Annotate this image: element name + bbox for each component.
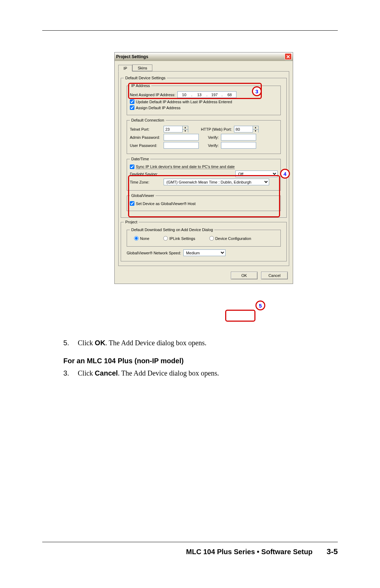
legend-default-dl: Default Download Setting on Add Device D… [130, 228, 214, 232]
tab-strip: IP Skins [115, 61, 293, 71]
group-globalviewer: GlobalViewer Set Device as GlobalViewer®… [127, 193, 281, 211]
input-user-pass[interactable] [164, 142, 199, 149]
ok-button[interactable]: OK [231, 272, 258, 279]
row-daylight: Daylight Saving: Off [130, 171, 278, 177]
group-project: Project Default Download Setting on Add … [121, 220, 287, 261]
select-gv-speed[interactable]: Medium [183, 249, 226, 256]
chk-gv-host-box[interactable] [130, 201, 134, 206]
label-user-pass: User Password: [130, 143, 162, 148]
chk-assign-default-label: Assign Default IP Address [136, 106, 180, 110]
radio-devconf[interactable]: Device Configuration [209, 236, 251, 241]
chk-update-default-box[interactable] [130, 99, 134, 104]
label-timezone: Time Zone: [130, 180, 162, 184]
row-gv-speed: GlobalViewer® Network Speed: Medium [127, 249, 284, 256]
chk-assign-default[interactable]: Assign Default IP Address [130, 105, 278, 110]
chk-gv-host[interactable]: Set Device as GlobalViewer® Host [130, 201, 278, 206]
ip-octet-1[interactable]: 10 [178, 93, 190, 97]
http-spinner[interactable]: 80 ▲▼ [234, 126, 259, 132]
tab-ip[interactable]: IP [118, 65, 132, 72]
legend-project: Project [124, 220, 139, 224]
input-admin-pass[interactable] [164, 134, 199, 141]
group-default-conn: Default Connection Telnet Port: 23 ▲▼ HT… [127, 118, 281, 154]
close-icon[interactable] [285, 53, 292, 60]
top-rule [42, 30, 338, 31]
legend-default-conn: Default Connection [130, 118, 166, 122]
group-datetime: Date/Time Sync IP Link device's time and… [127, 157, 281, 191]
project-settings-dialog: Project Settings IP Skins Default Device… [114, 52, 293, 284]
label-admin-pass: Admin Password: [130, 135, 162, 140]
group-default-dl: Default Download Setting on Add Device D… [127, 228, 281, 247]
chk-update-default-label: Update Default IP Address with Last IP A… [136, 100, 232, 104]
http-value[interactable]: 80 [234, 127, 253, 131]
select-daylight[interactable]: Off [235, 171, 278, 177]
label-telnet: Telnet Port: [130, 127, 162, 131]
ip-octet-4[interactable]: 68 [223, 93, 236, 97]
legend-datetime: Date/Time [130, 157, 150, 161]
page-footer: MLC 104 Plus Series • Software Setup 3-5 [186, 547, 338, 556]
label-admin-verify: Verify: [208, 135, 219, 140]
chk-sync-time[interactable]: Sync IP Link device's time and date to P… [130, 165, 278, 169]
window-title: Project Settings [116, 54, 148, 59]
ip-input[interactable]: 10. 13. 197. 68 [177, 91, 236, 98]
telnet-spinner[interactable]: 23 ▲▼ [164, 126, 188, 132]
step-3: 3. Click Cancel. The Add Device dialog b… [63, 369, 338, 378]
section-heading: For an MLC 104 Plus (non-IP model) [63, 356, 338, 366]
label-user-verify: Verify: [208, 143, 219, 148]
chk-gv-host-label: Set Device as GlobalViewer® Host [136, 202, 196, 206]
highlight-box-5 [225, 310, 255, 322]
legend-globalviewer: GlobalViewer [130, 193, 156, 198]
telnet-value[interactable]: 23 [164, 127, 182, 131]
step-5: 5. Click OK. The Add Device dialog box o… [63, 338, 338, 348]
row-user-pass: User Password: Verify: [130, 142, 278, 149]
radio-none[interactable]: None [134, 236, 149, 241]
row-admin-pass: Admin Password: Verify: [130, 134, 278, 141]
label-http: HTTP (Web) Port: [201, 127, 232, 131]
tab-panel: Default Device Settings IP Address Next … [118, 71, 289, 266]
input-user-verify[interactable] [221, 142, 256, 149]
footer-rule [42, 542, 338, 542]
button-row: OK Cancel [115, 270, 293, 284]
label-daylight: Daylight Saving: [130, 172, 162, 176]
chk-update-default[interactable]: Update Default IP Address with Last IP A… [130, 99, 278, 104]
chk-assign-default-box[interactable] [130, 105, 134, 110]
radio-row: None IPLink Settings Device Configuratio… [130, 234, 278, 243]
row-ports: Telnet Port: 23 ▲▼ HTTP (Web) Port: 80 ▲… [130, 126, 278, 132]
select-timezone[interactable]: (GMT) Greenwich Mean Time : Dublin, Edin… [164, 179, 269, 185]
instruction-text: 5. Click OK. The Add Device dialog box o… [63, 337, 338, 379]
label-next-assigned: Next Assigned IP Address: [130, 93, 175, 97]
chk-sync-time-label: Sync IP Link device's time and date to P… [136, 165, 235, 169]
footer-title: MLC 104 Plus Series • Software Setup [186, 548, 312, 556]
ip-octet-2[interactable]: 13 [193, 93, 206, 97]
input-admin-verify[interactable] [221, 134, 256, 141]
legend-ip-address: IP Address [130, 83, 151, 88]
callout-4: 4 [280, 169, 290, 179]
ip-octet-3[interactable]: 197 [208, 93, 221, 97]
legend-default-device: Default Device Settings [124, 76, 167, 80]
footer-page-num: 3-5 [327, 547, 338, 556]
title-bar: Project Settings [115, 52, 293, 61]
cancel-button[interactable]: Cancel [261, 272, 288, 279]
callout-3: 3 [252, 86, 262, 96]
group-default-device: Default Device Settings IP Address Next … [121, 76, 287, 218]
callout-5: 5 [255, 301, 265, 310]
tab-skins[interactable]: Skins [132, 64, 152, 71]
chk-sync-time-box[interactable] [130, 165, 134, 169]
radio-iplink[interactable]: IPLink Settings [163, 236, 195, 241]
label-gv-speed: GlobalViewer® Network Speed: [127, 251, 181, 255]
row-timezone: Time Zone: (GMT) Greenwich Mean Time : D… [130, 179, 278, 185]
